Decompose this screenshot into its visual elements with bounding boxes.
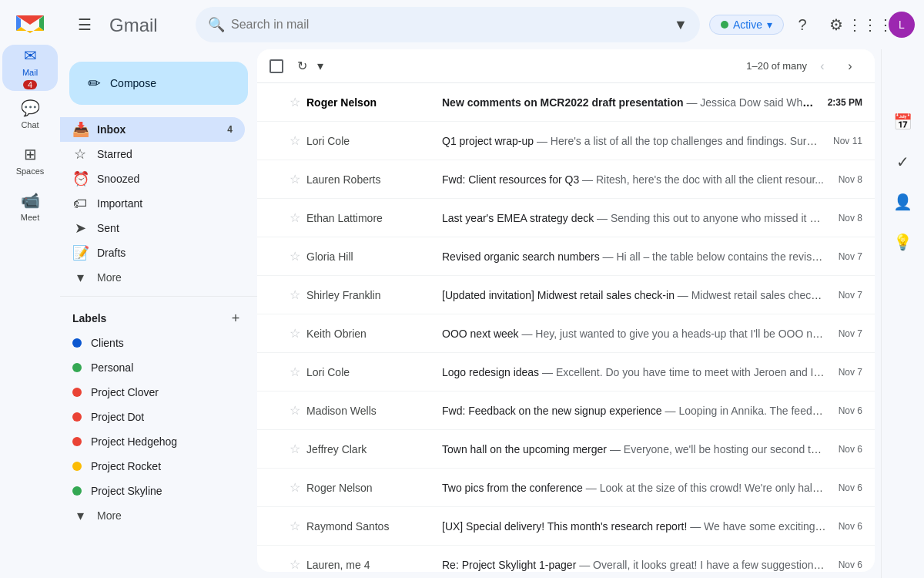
email-subject: Two pics from the conference [442, 482, 583, 494]
sidebar-item-spaces[interactable]: ⊞ Spaces [2, 137, 58, 183]
nav-item-sent[interactable]: ➤ Sent [60, 216, 245, 240]
select-all-checkbox[interactable] [270, 59, 283, 73]
email-subject: Town hall on the upcoming merger [442, 443, 607, 455]
search-icon-button[interactable]: 🔍 [208, 16, 225, 33]
label-name: Project Skyline [91, 485, 233, 497]
star-button[interactable]: ☆ [290, 287, 300, 302]
email-row[interactable]: ☆ Lori Cole Logo redesign ideas — Excell… [257, 353, 875, 391]
calendar-tab[interactable]: 📅 [885, 103, 922, 140]
nav-item-label-project-hedgehog[interactable]: Project Hedgehog [60, 429, 245, 454]
email-row[interactable]: ☆ Jeffrey Clark Town hall on the upcomin… [257, 430, 875, 469]
email-row[interactable]: ☆ Lauren, me 4 Re: Project Skylight 1-pa… [257, 546, 875, 572]
email-row[interactable]: ☆ Lori Cole Q1 project wrap-up — Here's … [257, 122, 875, 160]
search-bar: 🔍 ▼ [196, 7, 700, 42]
sidebar-spaces-label: Spaces [16, 166, 45, 176]
email-sender: Lori Cole [306, 366, 430, 378]
nav-item-important[interactable]: 🏷 Important [60, 191, 245, 216]
keep-tab[interactable]: 💡 [885, 223, 922, 260]
nav-item-drafts[interactable]: 📝 Drafts [60, 240, 245, 265]
email-preview: — Sending this out to anyone who missed … [597, 212, 826, 224]
nav-item-starred[interactable]: ☆ Starred [60, 142, 245, 166]
nav-item-snoozed[interactable]: ⏰ Snoozed [60, 166, 245, 191]
star-button[interactable]: ☆ [290, 365, 300, 379]
sidebar-item-meet[interactable]: 📹 Meet [2, 183, 58, 230]
email-row[interactable]: ☆ Madison Wells Fwd: Feedback on the new… [257, 391, 875, 430]
compose-label: Compose [110, 77, 156, 89]
label-name: Project Clover [91, 386, 233, 398]
email-preview: — Looping in Annika. The feedbac... [665, 405, 839, 417]
nav-item-label-project-clover[interactable]: Project Clover [60, 380, 245, 405]
email-row[interactable]: ☆ Shirley Franklin [Updated invitation] … [257, 276, 875, 314]
sent-label: Sent [97, 222, 233, 234]
email-date: Nov 7 [839, 251, 862, 262]
hamburger-button[interactable]: ☰ [69, 9, 100, 40]
email-preview: — Excellent. Do you have time to meet wi… [542, 366, 837, 378]
email-date: Nov 6 [839, 521, 862, 532]
tasks-tab[interactable]: ✓ [885, 143, 922, 180]
email-subject: [UX] Special delivery! This month's rese… [442, 520, 687, 533]
star-button[interactable]: ☆ [290, 403, 300, 418]
email-preview: — Hi all – the table below contains the … [603, 250, 833, 263]
nav-item-label-clients[interactable]: Clients [60, 331, 245, 355]
contacts-tab[interactable]: 👤 [885, 183, 922, 220]
next-page-button[interactable]: › [838, 54, 862, 79]
add-label-button[interactable]: + [226, 309, 245, 328]
nav-more-button[interactable]: ▾ More [60, 265, 245, 290]
nav-item-label-project-dot[interactable]: Project Dot [60, 405, 245, 429]
compose-button[interactable]: ✏ Compose [69, 62, 248, 105]
email-row[interactable]: ☆ Roger Nelson New comments on MCR2022 d… [257, 83, 875, 122]
left-icon-sidebar: ✉ Mail 4 💬 Chat ⊞ Spaces 📹 Meet [0, 0, 60, 578]
nav-item-label-project-skyline[interactable]: Project Skyline [60, 479, 245, 503]
star-button[interactable]: ☆ [290, 172, 300, 187]
star-button[interactable]: ☆ [290, 519, 300, 533]
labels-more-button[interactable]: ▾ More [60, 503, 245, 528]
search-options-button[interactable]: ▼ [674, 17, 688, 33]
email-subject-preview: OOO next week — Hey, just wanted to give… [430, 328, 839, 340]
starred-icon: ☆ [72, 146, 88, 163]
inbox-count: 4 [227, 124, 233, 135]
spaces-icon: ⊞ [24, 145, 37, 163]
email-date: Nov 6 [839, 405, 862, 416]
refresh-button[interactable]: ↻ [290, 54, 314, 79]
email-row[interactable]: ☆ Ethan Lattimore Last year's EMEA strat… [257, 199, 875, 237]
mail-badge: 4 [23, 80, 37, 89]
apps-button[interactable]: ⋮⋮⋮ [855, 9, 886, 40]
email-row[interactable]: ☆ Keith Obrien OOO next week — Hey, just… [257, 314, 875, 353]
snoozed-icon: ⏰ [72, 170, 88, 187]
star-button[interactable]: ☆ [290, 95, 300, 109]
star-button[interactable]: ☆ [290, 442, 300, 456]
email-subject: [Updated invitation] Midwest retail sale… [442, 289, 675, 301]
active-status-badge[interactable]: Active ▾ [709, 15, 784, 35]
email-row[interactable]: ☆ Roger Nelson Two pics from the confere… [257, 469, 875, 507]
email-preview: — Look at the size of this crowd! We're … [586, 482, 832, 494]
nav-item-inbox[interactable]: 📥 Inbox 4 [60, 117, 245, 142]
star-button[interactable]: ☆ [290, 249, 300, 264]
email-subject-preview: Fwd: Client resources for Q3 — Ritesh, h… [430, 173, 839, 186]
star-button[interactable]: ☆ [290, 326, 300, 341]
support-button[interactable]: ? [787, 9, 818, 40]
sidebar-item-chat[interactable]: 💬 Chat [2, 91, 58, 137]
star-button[interactable]: ☆ [290, 557, 300, 572]
labels-list: Clients Personal Project Clover Project … [60, 331, 257, 503]
search-input[interactable] [231, 18, 668, 32]
email-sender: Ethan Lattimore [306, 212, 430, 224]
sidebar-item-mail[interactable]: ✉ Mail 4 [2, 45, 58, 91]
email-row[interactable]: ☆ Raymond Santos [UX] Special delivery! … [257, 507, 875, 546]
mail-icon: ✉ [24, 46, 37, 65]
email-row[interactable]: ☆ Lauren Roberts Fwd: Client resources f… [257, 160, 875, 199]
nav-item-label-project-rocket[interactable]: Project Rocket [60, 454, 245, 479]
star-button[interactable]: ☆ [290, 480, 300, 495]
label-dot [72, 338, 82, 348]
prev-page-button[interactable]: ‹ [810, 54, 835, 79]
email-rows: ☆ Roger Nelson New comments on MCR2022 d… [257, 83, 875, 572]
email-row[interactable]: ☆ Gloria Hill Revised organic search num… [257, 237, 875, 276]
nav-item-label-personal[interactable]: Personal [60, 355, 245, 380]
compose-icon: ✏ [88, 74, 101, 92]
email-sender: Shirley Franklin [306, 289, 430, 301]
star-button[interactable]: ☆ [290, 210, 300, 225]
email-date: Nov 6 [839, 482, 862, 493]
avatar[interactable]: L [889, 12, 915, 38]
email-list: ↻ ▾ 1–20 of many ‹ › ☆ Roger Nelson New … [257, 49, 875, 572]
star-button[interactable]: ☆ [290, 133, 300, 148]
more-actions-button[interactable]: ▾ [317, 59, 323, 73]
